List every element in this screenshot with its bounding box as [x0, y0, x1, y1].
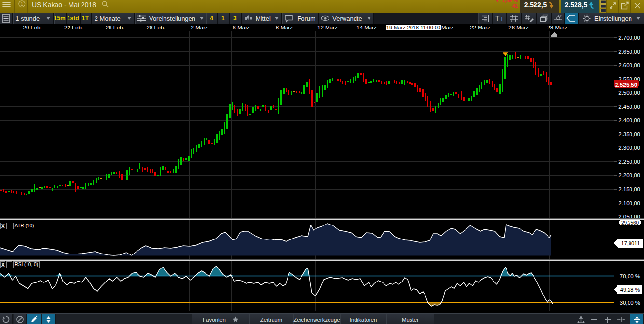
svg-text:8 März: 8 März	[276, 25, 293, 30]
svg-text:2.200,00: 2.200,00	[618, 172, 640, 178]
svg-text:22 März: 22 März	[470, 25, 490, 30]
svg-text:2.100,00: 2.100,00	[618, 200, 640, 206]
svg-text:28 März: 28 März	[547, 25, 567, 30]
svg-text:1: 1	[21, 1, 24, 7]
svg-text:X: X	[1, 224, 5, 229]
svg-text:22 Feb.: 22 Feb.	[64, 25, 83, 30]
svg-text:X: X	[1, 262, 5, 268]
svg-text:6 März: 6 März	[233, 25, 250, 30]
svg-text:2.500,00: 2.500,00	[618, 90, 640, 96]
svg-text:26 Feb.: 26 Feb.	[106, 25, 124, 30]
svg-text:RSI (10, 0): RSI (10, 0)	[15, 262, 38, 267]
svg-text:ATR (10): ATR (10)	[15, 223, 34, 228]
svg-text:2.525,50: 2.525,50	[615, 82, 638, 88]
svg-text:2.350,00: 2.350,00	[618, 131, 640, 137]
svg-text:T: T	[500, 16, 503, 22]
svg-text:T: T	[495, 14, 500, 22]
svg-text:2.400,00: 2.400,00	[618, 117, 640, 123]
svg-text:26 März: 26 März	[508, 25, 529, 30]
svg-text:20 Feb.: 20 Feb.	[23, 25, 42, 30]
svg-text:2.300,00: 2.300,00	[618, 145, 640, 151]
svg-text:17,9011: 17,9011	[621, 240, 640, 246]
svg-text:29,2560: 29,2560	[621, 220, 639, 225]
svg-text:28 Feb.: 28 Feb.	[147, 25, 165, 30]
svg-text:2.250,00: 2.250,00	[618, 159, 640, 165]
svg-text:2.650,00: 2.650,00	[618, 49, 640, 55]
svg-text:2.150,00: 2.150,00	[618, 186, 640, 192]
svg-text:März: März	[441, 25, 454, 30]
svg-text:49,28 %: 49,28 %	[620, 287, 640, 293]
svg-text:70,00 %: 70,00 %	[620, 273, 640, 279]
svg-text:2.700,00: 2.700,00	[618, 35, 640, 41]
svg-text:30,00 %: 30,00 %	[620, 300, 640, 306]
svg-text:14 März: 14 März	[356, 25, 377, 30]
svg-text:2.600,00: 2.600,00	[618, 62, 640, 68]
svg-text:12 März: 12 März	[317, 25, 338, 30]
svg-text:19 März 2018 11:00:00: 19 März 2018 11:00:00	[386, 25, 440, 30]
svg-text:2 März: 2 März	[191, 25, 208, 30]
svg-text:2.450,00: 2.450,00	[618, 104, 640, 110]
